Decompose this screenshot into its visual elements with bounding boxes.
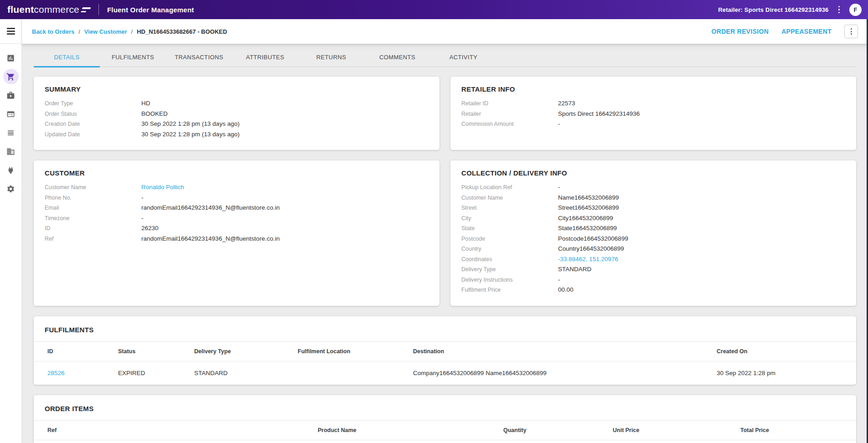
summary-card: SUMMARY Order TypeHD Order StatusBOOKED … [34,77,439,150]
column-header: ID [34,341,118,361]
order-item-total-price: A$100.00 [740,440,856,443]
column-header: Ref [34,420,318,440]
retailer-context-label: Retailer: Sports Direct 1664292314936 [718,6,828,13]
fulfilment-status: EXPIRED [118,361,194,385]
field-value: 30 Sep 2022 1:28 pm (13 days ago) [141,120,239,127]
fulfilment-row[interactable]: 28526 EXPIRED STANDARD Company1664532006… [34,361,856,385]
sidebar-item-payments[interactable] [3,106,19,122]
field-label: Commission Amount [461,121,558,127]
retailer-info-title: RETAILER INFO [461,85,845,93]
bar-chart-icon [6,54,15,62]
tab-returns[interactable]: RETURNS [298,50,364,67]
order-revision-button[interactable]: ORDER REVISION [712,28,769,35]
cards-container: SUMMARY Order TypeHD Order StatusBOOKED … [34,77,856,443]
field-row: CityCity1664532006899 [461,215,845,222]
sidebar-item-settings[interactable] [3,181,19,196]
sidebar-item-connect[interactable] [3,162,19,178]
field-row: Pickup Location Ref- [461,184,845,191]
order-items-table: Ref Product Name Quantity Unit Price Tot… [34,420,856,443]
body-row: Back to Orders / View Customer / HD_N166… [0,19,868,443]
fulfilment-location [298,361,413,385]
delivery-info-title: COLLECTION / DELIVERY INFO [461,169,845,177]
card-row-1: SUMMARY Order TypeHD Order StatusBOOKED … [34,77,856,150]
fulfilment-destination: Company1664532006899 Name1664532006899 [413,361,717,385]
header-kebab-menu-icon[interactable] [836,4,843,15]
tab-activity[interactable]: ACTIVITY [430,50,496,67]
fulfilment-created-on: 30 Sep 2022 1:28 pm [717,361,856,385]
fulfilments-header-row: ID Status Delivery Type Fulfilment Locat… [34,341,856,361]
sidebar-item-orders[interactable] [3,69,19,84]
gear-icon [6,185,15,193]
sidebar-item-products[interactable] [3,88,19,103]
sidebar-item-locations[interactable] [3,144,19,159]
column-header: Unit Price [613,420,740,440]
field-value: City1664532006899 [558,215,613,222]
sidebar-item-analytics[interactable] [3,50,19,66]
field-row: Phone No.- [45,194,429,201]
building-icon [6,147,15,156]
field-label: Pickup Location Ref [461,184,558,191]
field-value: - [558,120,560,127]
order-items-title: ORDER ITEMS [34,395,856,420]
field-value: - [558,276,560,283]
order-item-unit-price: A$100.00 [613,440,740,443]
top-bar-right: Retailer: Sports Direct 1664292314936 F [718,4,862,16]
field-row: Order StatusBOOKED [45,110,429,117]
order-more-actions-button[interactable] [844,25,858,38]
breadcrumb-back-to-orders[interactable]: Back to Orders [32,28,74,35]
field-label: City [461,215,558,222]
column-header: Delivery Type [194,341,298,361]
cart-icon [6,72,15,81]
tab-details[interactable]: DETAILS [34,50,100,67]
fulfilment-id-link[interactable]: 28526 [47,370,65,376]
field-label: Customer Name [461,195,558,201]
field-row: Customer NameName1664532006899 [461,194,845,201]
field-row: Creation Date30 Sep 2022 1:28 pm (13 day… [45,120,429,127]
sidebar-menu-toggle[interactable] [0,19,21,44]
appeasement-button[interactable]: APPEASEMENT [781,28,832,35]
kebab-menu-icon [851,28,852,30]
field-row: Order TypeHD [45,100,429,107]
field-value: BOOKED [141,110,168,117]
breadcrumb-view-customer[interactable]: View Customer [84,28,127,35]
field-label: Creation Date [45,121,141,127]
field-row: StateState1664532006899 [461,225,845,232]
tab-transactions[interactable]: TRANSACTIONS [166,50,232,67]
column-header: Destination [413,341,717,361]
field-value: State1664532006899 [558,225,617,232]
field-value: HD [141,100,150,107]
field-label: Street [461,205,558,211]
field-row: PostcodePostcode1664532006899 [461,235,845,242]
breadcrumb: Back to Orders / View Customer / HD_N166… [32,28,227,35]
customer-title: CUSTOMER [45,169,429,177]
field-value: Sports Direct 1664292314936 [558,110,640,117]
field-label: Order Status [45,111,141,117]
order-tabs: DETAILS FULFILMENTS TRANSACTIONS ATTRIBU… [34,50,856,67]
sidebar-item-inventory[interactable] [3,125,19,140]
field-label: State [461,225,558,232]
field-value: STANDARD [558,266,591,273]
field-label: Timezone [45,215,141,222]
field-label: Order Type [45,100,141,107]
tab-fulfilments[interactable]: FULFILMENTS [100,50,166,67]
brand-logo[interactable]: fluentcommerce [7,4,90,15]
tab-comments[interactable]: COMMENTS [364,50,430,67]
column-header: Total Price [740,420,856,440]
coordinates-link[interactable]: -33.88462, 151.20976 [558,256,618,263]
column-header: Status [118,341,194,361]
field-row: ID26230 [45,225,429,232]
order-item-row[interactable]: AH8050-1664292314936 Nike Air Max 270 1 … [34,440,856,443]
fulfilment-delivery-type: STANDARD [194,361,298,385]
field-label: Country [461,246,558,252]
field-value: 22573 [558,100,575,107]
field-value: 26230 [141,225,159,232]
fulfilments-card: FULFILMENTS ID Status Delivery Type Fulf… [34,316,856,385]
field-row: Commission Amount- [461,120,845,127]
brand-primary: fluent [7,4,34,15]
customer-name-link[interactable]: Ronaldo Pollich [141,184,184,191]
user-avatar[interactable]: F [849,4,862,16]
field-label: ID [45,225,141,232]
panel-icon [6,110,15,118]
field-label: Ref [45,236,141,242]
tab-attributes[interactable]: ATTRIBUTES [232,50,298,67]
